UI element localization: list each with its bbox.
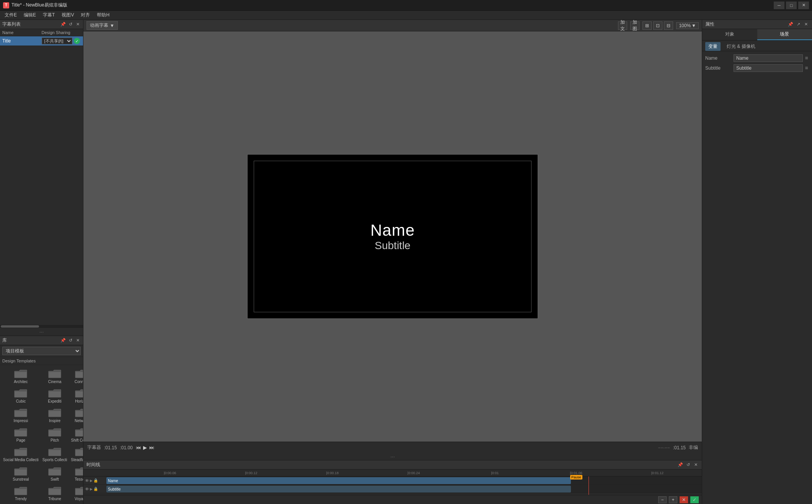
property-eq-subtitle[interactable]: =: [804, 65, 809, 71]
property-input-subtitle[interactable]: [734, 64, 803, 72]
add-shape-button[interactable]: 添加图形+: [630, 21, 639, 30]
track-clip-subtitle[interactable]: Subtitle: [106, 486, 571, 493]
library-pin-button[interactable]: 📌: [60, 338, 66, 344]
play-button[interactable]: ▶: [143, 445, 147, 450]
pause-marker: Pause: [570, 475, 582, 480]
template-item[interactable]: Expediti: [41, 386, 68, 405]
eye-icon-subtitle[interactable]: 👁: [85, 487, 89, 491]
folder-icon: [48, 466, 62, 476]
template-name: Network: [71, 419, 83, 423]
library-refresh-button[interactable]: ↺: [67, 338, 73, 344]
zoom-out-button[interactable]: −: [658, 496, 667, 503]
template-name: Architec: [3, 380, 39, 384]
template-item[interactable]: Trendy: [2, 484, 40, 502]
template-item[interactable]: Impressi: [2, 406, 40, 424]
property-row-name: Name =: [705, 54, 809, 62]
tab-object[interactable]: 对象: [702, 29, 757, 40]
minimize-button[interactable]: ─: [774, 2, 784, 9]
menu-edit[interactable]: 编辑E: [21, 11, 39, 19]
template-item[interactable]: Cubic: [2, 386, 40, 405]
folder-icon: [48, 388, 62, 398]
template-item[interactable]: Tribune: [41, 484, 68, 502]
close-button[interactable]: ✕: [798, 2, 809, 9]
right-panel-controls: 📌 ↗ ✕: [788, 21, 809, 28]
project-template-select[interactable]: 项目模板: [2, 347, 81, 355]
preview-canvas[interactable]: Name Subtitle: [83, 31, 702, 442]
track-content-subtitle[interactable]: Subtitle: [106, 485, 702, 493]
template-item[interactable]: Tessella: [69, 464, 83, 483]
folder-svg: [48, 485, 62, 496]
folder-icon: [14, 485, 28, 496]
menu-subtitle[interactable]: 字幕T: [40, 11, 58, 19]
right-panel-pin-button[interactable]: 📌: [788, 21, 794, 28]
skip-end-button[interactable]: ⏭: [149, 445, 154, 450]
sharing-select[interactable]: [不共享的]: [42, 38, 72, 44]
track-clip-name[interactable]: Name: [106, 477, 571, 484]
template-item[interactable]: Inspire: [41, 406, 68, 424]
caption-refresh-button[interactable]: ↺: [67, 21, 73, 28]
title-bar: T Title* - NewBlue易炫非编版 ─ □ ✕: [0, 0, 812, 11]
template-item[interactable]: Sports Collecti: [41, 445, 68, 463]
subtab-lighting[interactable]: 灯光 & 摄像机: [724, 42, 758, 51]
cancel-button[interactable]: ✕: [680, 496, 688, 503]
timeline-refresh-button[interactable]: ↺: [685, 462, 691, 468]
caption-list-area: [0, 46, 83, 325]
property-eq-name[interactable]: =: [804, 55, 809, 61]
add-text-button[interactable]: 添加文字+: [618, 21, 627, 30]
folder-icon: [14, 466, 28, 476]
right-panel-header: 属性 📌 ↗ ✕: [702, 20, 812, 29]
menu-view[interactable]: 视图V: [59, 11, 77, 19]
timeline-pin-button[interactable]: 📌: [677, 462, 683, 468]
template-item[interactable]: Voyager: [69, 484, 83, 502]
template-name: Expediti: [42, 399, 67, 403]
library-close-button[interactable]: ✕: [75, 338, 81, 344]
non-edit-label: 非编: [689, 444, 698, 451]
grid-button[interactable]: ⊞: [642, 21, 652, 30]
template-item[interactable]: Sunstreal: [2, 464, 40, 483]
skip-start-button[interactable]: ⏮: [136, 445, 141, 450]
property-input-name[interactable]: [734, 54, 803, 62]
right-panel-close-button[interactable]: ✕: [803, 21, 809, 28]
right-panel-expand-button[interactable]: ↗: [795, 21, 801, 28]
caption-close-button[interactable]: ✕: [75, 21, 81, 28]
folder-icon: [75, 446, 83, 457]
caption-pin-button[interactable]: 📌: [60, 21, 66, 28]
track-content-name[interactable]: Name: [106, 476, 702, 484]
caption-sharing: [不共享的] ✓: [42, 38, 81, 44]
template-item[interactable]: Architec: [2, 367, 40, 385]
fit-button[interactable]: ⊟: [664, 21, 673, 30]
subtab-variable[interactable]: 变量: [705, 42, 721, 51]
maximize-button[interactable]: □: [786, 2, 797, 9]
template-item[interactable]: Swift: [41, 464, 68, 483]
template-item[interactable]: Steadfas Vol: [69, 445, 83, 463]
zoom-display[interactable]: 100% ▼: [676, 22, 699, 29]
property-label-name: Name: [705, 55, 732, 61]
timeline-close-button[interactable]: ✕: [693, 462, 699, 468]
zoom-in-button[interactable]: +: [669, 496, 677, 503]
template-item[interactable]: Network: [69, 406, 83, 424]
template-name: Impressi: [3, 419, 39, 423]
scroll-thumb: [1, 325, 39, 328]
menu-align[interactable]: 对齐: [78, 11, 93, 19]
template-item[interactable]: Cinema: [41, 367, 68, 385]
template-item[interactable]: Social Media Collecti: [2, 445, 40, 463]
menu-help[interactable]: 帮助H: [94, 11, 113, 19]
menu-file[interactable]: 文件E: [2, 11, 20, 19]
tab-scene[interactable]: 场景: [757, 29, 812, 40]
template-item[interactable]: Shift Collecti: [69, 425, 83, 444]
template-item[interactable]: Horizon: [69, 386, 83, 405]
template-name: Sunstreal: [3, 477, 39, 481]
caption-scroll-bar[interactable]: [0, 325, 83, 328]
folder-svg: [75, 407, 83, 418]
safe-zone-button[interactable]: ⊡: [653, 21, 662, 30]
template-item[interactable]: Page: [2, 425, 40, 444]
template-item[interactable]: Pitch: [41, 425, 68, 444]
confirm-button[interactable]: ✓: [690, 496, 699, 503]
preview-mode-button[interactable]: 动画字幕 ▼: [86, 21, 118, 30]
caption-row[interactable]: Title [不共享的] ✓: [0, 36, 83, 46]
eye-icon-name[interactable]: 👁: [85, 478, 89, 483]
library-title: 库: [2, 337, 7, 344]
template-item[interactable]: Connect: [69, 367, 83, 385]
template-name: Trendy: [3, 497, 39, 501]
preview-frame: Name Subtitle: [247, 154, 538, 319]
